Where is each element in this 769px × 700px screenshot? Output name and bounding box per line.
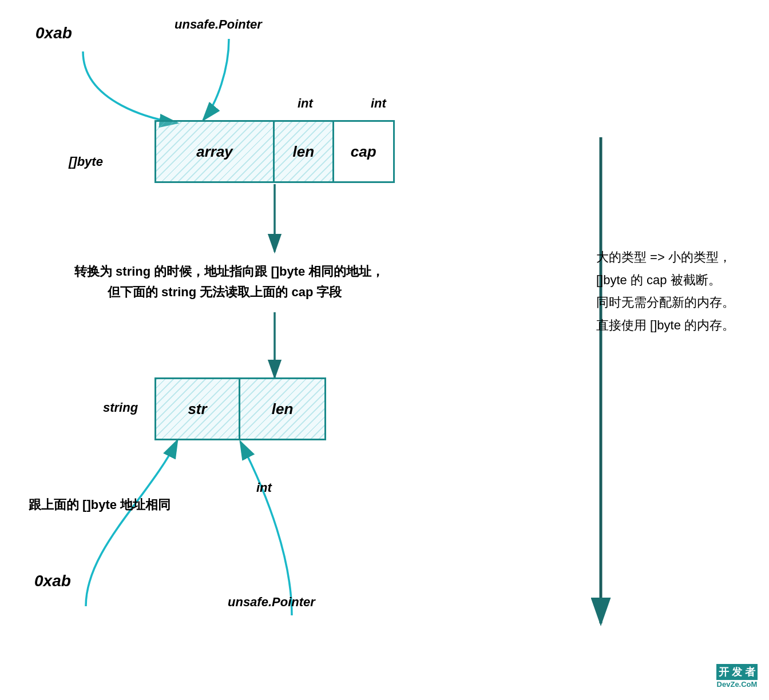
int-right-label: int xyxy=(371,96,386,111)
right-description: 大的类型 => 小的类型， []byte 的 cap 被截断。 同时无需分配新的… xyxy=(596,246,735,336)
oxab-bottom-label: 0xab xyxy=(34,572,71,590)
len-top-cell: len xyxy=(275,122,334,181)
diagram: 0xab unsafe.Pointer int int []byte array… xyxy=(0,0,769,700)
cap-cell: cap xyxy=(334,122,394,181)
array-cell: array xyxy=(156,122,275,181)
oxab-top-label: 0xab xyxy=(35,24,72,42)
desc2-label: 但下面的 string 无法读取上面的 cap 字段 xyxy=(108,284,342,301)
watermark-top: 开 发 者 xyxy=(716,664,758,680)
right-line1: 大的类型 => 小的类型， xyxy=(596,246,735,269)
unsafe-pointer-bottom-label: unsafe.Pointer xyxy=(228,595,315,610)
right-line3: 同时无需分配新的内存。 xyxy=(596,291,735,314)
byte-slice-struct: array len cap xyxy=(154,120,395,183)
watermark: 开 发 者 DevZe.CoM xyxy=(716,664,758,689)
int-bottom-label: int xyxy=(256,480,272,495)
watermark-bottom: DevZe.CoM xyxy=(716,680,758,689)
unsafe-pointer-top-label: unsafe.Pointer xyxy=(175,17,262,32)
string-type-label: string xyxy=(103,400,138,415)
len-bottom-cell: len xyxy=(240,379,324,439)
right-line4: 直接使用 []byte 的内存。 xyxy=(596,314,735,337)
string-struct: str len xyxy=(154,377,326,440)
desc1-label: 转换为 string 的时候，地址指向跟 []byte 相同的地址， xyxy=(74,263,384,280)
byte-slice-label: []byte xyxy=(69,154,103,169)
str-cell: str xyxy=(156,379,240,439)
int-left-label: int xyxy=(298,96,313,111)
right-line2: []byte 的 cap 被截断。 xyxy=(596,269,735,292)
same-addr-label: 跟上面的 []byte 地址相同 xyxy=(29,496,171,514)
